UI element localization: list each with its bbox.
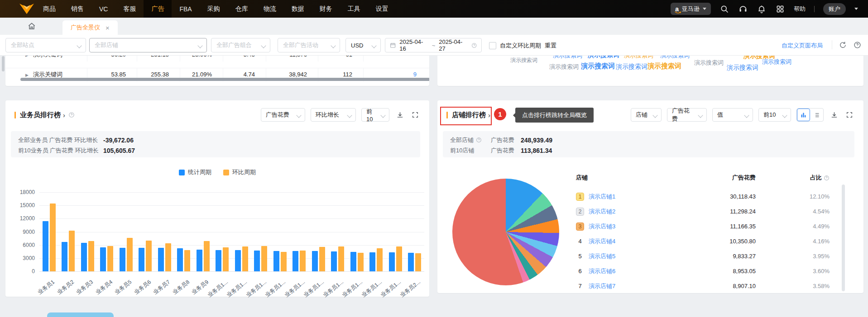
metric-select[interactable]: 店铺 — [631, 108, 662, 122]
campaign-select[interactable]: 全部广告活动 — [278, 38, 340, 52]
currency-select[interactable]: USD — [345, 38, 381, 52]
search-term-tag[interactable]: 演示搜索词 — [510, 57, 537, 64]
metric-select[interactable]: 广告花费 — [667, 108, 707, 122]
nav-item-FBA[interactable]: FBA — [172, 0, 199, 18]
metric-select[interactable]: 值 — [712, 108, 753, 122]
nav-item-广告[interactable]: 广告 — [144, 0, 172, 18]
nav-item-销售[interactable]: 销售 — [63, 0, 91, 18]
chart-gridline — [39, 258, 424, 259]
count-link-cell[interactable] — [363, 55, 429, 62]
chart-view-toggle-icon[interactable] — [797, 109, 810, 121]
keyword-name: 演示关键词 — [33, 71, 62, 78]
column-header-share: 占比 — [756, 174, 830, 182]
close-icon[interactable]: × — [106, 24, 110, 31]
search-term-tag[interactable]: 演示搜索词 — [694, 59, 724, 67]
nav-right-cluster: a 亚马逊 帮助 账户 — [671, 0, 858, 18]
expand-caret-icon[interactable]: ▶ — [25, 73, 29, 77]
tab-ad-panorama[interactable]: 广告全景仪 × — [62, 20, 118, 35]
tab-bar: 广告全景仪 × — [0, 18, 868, 35]
checkbox-icon[interactable] — [489, 42, 496, 49]
shop-link[interactable]: 演示店铺7 — [589, 282, 615, 290]
nav-item-仓库[interactable]: 仓库 — [228, 0, 256, 18]
search-icon[interactable] — [719, 4, 729, 14]
table-row[interactable]: 6演示店铺68,953.053.60% — [576, 264, 837, 279]
chevron-right-icon[interactable]: › — [488, 111, 490, 119]
bar-previous-period — [127, 238, 133, 271]
marketplace-switcher[interactable]: a 亚马逊 — [671, 3, 711, 15]
account-button[interactable]: 账户 — [823, 3, 846, 15]
bar-current-period — [177, 248, 183, 271]
refresh-icon[interactable] — [838, 40, 848, 50]
card-title[interactable]: 店铺排行榜 — [452, 111, 486, 119]
account-caret-icon[interactable] — [854, 8, 858, 10]
search-term-tag[interactable]: 演示搜索词 — [727, 64, 758, 72]
bar-current-period — [235, 250, 241, 271]
salesperson-ranking-card: 业务员排行榜 › 广告花费环比增长前10 全部业务员 广告花费 环比增长 -39… — [5, 100, 429, 297]
notifications-bell-icon[interactable] — [757, 4, 767, 14]
help-circle-icon[interactable] — [824, 175, 830, 181]
customize-layout-link[interactable]: 自定义页面布局 — [782, 42, 823, 50]
headset-icon[interactable] — [738, 4, 748, 14]
search-term-tag[interactable]: 演示搜索词 — [553, 55, 582, 60]
list-view-toggle-icon[interactable] — [810, 109, 823, 121]
site-select[interactable]: 全部站点 — [5, 38, 86, 52]
expand-icon[interactable] — [844, 110, 854, 120]
rank-badge: 2 — [576, 208, 584, 216]
search-term-tag[interactable]: 演示搜索词 — [588, 55, 619, 59]
table-row[interactable]: 2演示店铺211,298.244.54% — [576, 204, 837, 219]
nav-item-采购[interactable]: 采购 — [200, 0, 228, 18]
nav-item-设置[interactable]: 设置 — [368, 0, 396, 18]
view-toggle — [796, 108, 824, 122]
metric-cell: 3.45 — [223, 55, 266, 62]
shop-link[interactable]: 演示店铺1 — [589, 193, 615, 201]
shop-link[interactable]: 演示店铺5 — [589, 252, 615, 260]
reset-button[interactable]: 重置 — [545, 42, 556, 50]
download-icon[interactable] — [829, 110, 839, 120]
portfolio-select[interactable]: 全部广告组合 — [211, 38, 270, 52]
chart-gridline — [39, 271, 424, 272]
shop-link[interactable]: 演示店铺3 — [589, 222, 615, 231]
caret-down-icon — [703, 8, 706, 10]
portfolio-select-value: 全部广告组合 — [216, 41, 252, 49]
vertical-scrollbar[interactable] — [2, 56, 5, 71]
table-row[interactable]: ▶演示关键词56.20251.1523.96%3.4511,87661 — [5, 55, 429, 62]
brand-logo-icon[interactable] — [19, 3, 34, 14]
nav-item-财务[interactable]: 财务 — [312, 0, 340, 18]
search-term-tag[interactable]: 演示搜索词 — [647, 62, 681, 71]
bar-previous-period — [204, 241, 210, 271]
table-row[interactable]: 3演示店铺311,166.354.49% — [576, 219, 837, 234]
date-range-picker[interactable]: 2025-04-16 ~ 2025-04-27 — [385, 38, 482, 52]
spend-cell: 11,166.35 — [671, 223, 756, 230]
page-help-icon[interactable] — [852, 40, 862, 50]
help-circle-icon[interactable] — [476, 137, 482, 143]
shop-link[interactable]: 演示店铺2 — [589, 208, 615, 216]
home-icon[interactable] — [27, 22, 36, 31]
y-axis-tick-label: 9000 — [11, 229, 35, 235]
nav-item-客服[interactable]: 客服 — [115, 0, 144, 18]
nav-item-工具[interactable]: 工具 — [340, 0, 368, 18]
apps-grid-icon[interactable] — [775, 4, 785, 14]
bar-previous-period — [242, 246, 248, 271]
search-term-tag[interactable]: 演示搜索词 — [762, 58, 791, 66]
nav-item-VC[interactable]: VC — [91, 0, 115, 18]
table-row[interactable]: 4演示店铺410,350.804.16% — [576, 234, 837, 249]
search-term-tag[interactable]: 演示搜索词 — [549, 63, 579, 71]
nav-item-物流[interactable]: 物流 — [256, 0, 284, 18]
table-row[interactable]: 5演示店铺59,833.273.95% — [576, 249, 837, 264]
shop-link[interactable]: 演示店铺4 — [589, 237, 615, 246]
table-row[interactable]: 1演示店铺130,118.4312.10% — [576, 189, 837, 204]
shop-select[interactable]: 全部店铺 — [89, 38, 207, 52]
search-term-tag[interactable]: 演示搜索词 — [660, 55, 690, 60]
shop-link[interactable]: 演示店铺6 — [589, 267, 615, 275]
search-term-tag[interactable]: 演示搜索词 — [616, 63, 647, 71]
search-term-tag[interactable]: 演示搜索词 — [624, 55, 653, 60]
table-row[interactable]: 7演示店铺78,907.103.58% — [576, 279, 837, 293]
metric-select[interactable]: 前10 — [758, 108, 791, 122]
table-scrollbar[interactable] — [842, 185, 845, 291]
search-term-tag[interactable]: 演示搜索词 — [581, 62, 615, 71]
nav-item-数据[interactable]: 数据 — [284, 0, 312, 18]
custom-period-checkbox[interactable]: 自定义环比周期 — [489, 42, 541, 50]
horizontal-scrollbar[interactable] — [20, 78, 429, 81]
nav-item-商品[interactable]: 商品 — [35, 0, 63, 18]
help-link[interactable]: 帮助 — [794, 5, 806, 13]
